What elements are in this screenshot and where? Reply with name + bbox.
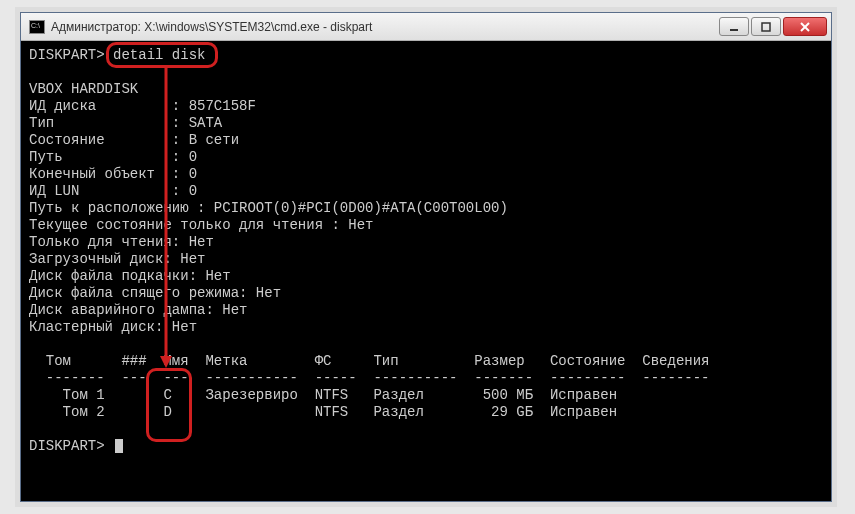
prompt: DISKPART> bbox=[29, 438, 105, 454]
cursor bbox=[115, 439, 123, 453]
cmd-window: Администратор: X:\windows\SYSTEM32\cmd.e… bbox=[20, 12, 832, 502]
detail-line: Загрузочный диск: Нет bbox=[29, 251, 205, 267]
detail-line: Конечный объект : 0 bbox=[29, 166, 197, 182]
detail-line: Диск файла спящего режима: Нет bbox=[29, 285, 281, 301]
close-button[interactable] bbox=[783, 17, 827, 36]
table-row: Том 1 C Зарезервиро NTFS Раздел 500 МБ И… bbox=[29, 387, 617, 403]
titlebar[interactable]: Администратор: X:\windows\SYSTEM32\cmd.e… bbox=[21, 13, 831, 41]
detail-line: Путь : 0 bbox=[29, 149, 197, 165]
detail-line: Состояние : В сети bbox=[29, 132, 239, 148]
maximize-button[interactable] bbox=[751, 17, 781, 36]
minimize-icon bbox=[729, 22, 739, 32]
terminal-output[interactable]: DISKPART> detail disk VBOX HARDDISK ИД д… bbox=[21, 41, 831, 501]
cmd-icon bbox=[29, 20, 45, 34]
svg-rect-1 bbox=[762, 23, 770, 31]
table-row: Том 2 D NTFS Раздел 29 GБ Исправен bbox=[29, 404, 617, 420]
minimize-button[interactable] bbox=[719, 17, 749, 36]
detail-line: Диск файла подкачки: Нет bbox=[29, 268, 231, 284]
device-line: VBOX HARDDISK bbox=[29, 81, 138, 97]
window-buttons bbox=[717, 17, 831, 36]
command-text: detail disk bbox=[113, 47, 205, 63]
detail-line: Кластерный диск: Нет bbox=[29, 319, 197, 335]
detail-line: ИД диска : 857C158F bbox=[29, 98, 256, 114]
detail-line: Диск аварийного дампа: Нет bbox=[29, 302, 247, 318]
table-separator: ------- --- --- ----------- ----- ------… bbox=[29, 370, 710, 386]
detail-line: ИД LUN : 0 bbox=[29, 183, 197, 199]
maximize-icon bbox=[761, 22, 771, 32]
detail-line: Текущее состояние только для чтения : Не… bbox=[29, 217, 373, 233]
detail-line: Тип : SATA bbox=[29, 115, 222, 131]
detail-line: Путь к расположению : PCIROOT(0)#PCI(0D0… bbox=[29, 200, 508, 216]
detail-line: Только для чтения: Нет bbox=[29, 234, 214, 250]
table-header: Том ### Имя Метка ФС Тип Размер Состояни… bbox=[29, 353, 710, 369]
close-icon bbox=[800, 22, 810, 32]
window-title: Администратор: X:\windows\SYSTEM32\cmd.e… bbox=[51, 20, 717, 34]
prompt: DISKPART> bbox=[29, 47, 105, 63]
